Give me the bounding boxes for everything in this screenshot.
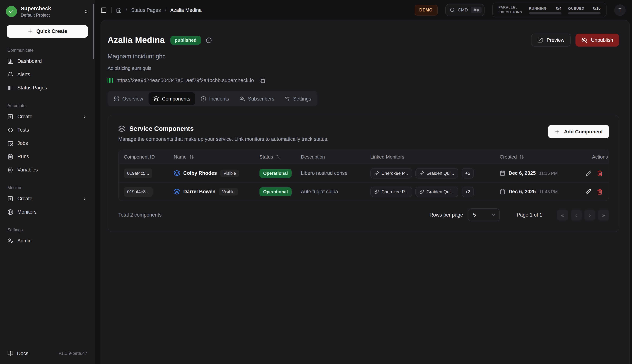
monitor-chip[interactable]: Graiden Qui... bbox=[416, 168, 458, 178]
main-panel: Azalia Medina published Preview Unpublis… bbox=[100, 20, 630, 364]
user-avatar[interactable]: T bbox=[614, 4, 626, 16]
tab-overview[interactable]: Overview bbox=[109, 92, 148, 105]
workspace-info: Supercheck Default Project bbox=[21, 6, 80, 18]
info-icon[interactable] bbox=[206, 37, 212, 43]
tab-subscribers[interactable]: Subscribers bbox=[235, 92, 279, 105]
sidebar-item-alerts[interactable]: Alerts bbox=[0, 68, 94, 81]
page-description: Adipisicing eum quis bbox=[108, 66, 630, 71]
more-monitors-chip[interactable]: +5 bbox=[462, 168, 474, 178]
sort-icon bbox=[276, 154, 280, 159]
breadcrumb-separator: / bbox=[126, 7, 127, 13]
section-label-automate: Automate bbox=[8, 103, 94, 108]
next-page-button[interactable]: › bbox=[584, 209, 596, 220]
calendar-clock-icon bbox=[8, 140, 13, 146]
monitor-chip[interactable]: Graiden Qui... bbox=[416, 186, 458, 197]
status-page-url[interactable]: https://2ea9d24eac504347a51aef29f2a4bcbb… bbox=[116, 77, 254, 83]
running-meter: RUNNING 0/4 bbox=[529, 6, 562, 14]
workspace-name: Supercheck bbox=[21, 6, 80, 12]
created-time: 11:48 PM bbox=[539, 189, 558, 194]
panel-left-icon bbox=[100, 7, 107, 13]
chevrons-up-down-icon bbox=[84, 9, 89, 14]
tab-incidents[interactable]: Incidents bbox=[196, 92, 234, 105]
chevron-down-icon bbox=[491, 212, 496, 217]
page-tabs: Overview Components Incidents Subscriber… bbox=[108, 91, 318, 106]
sidebar-item-status-pages[interactable]: Status Pages bbox=[0, 81, 94, 94]
quick-create-button[interactable]: Quick Create bbox=[7, 25, 88, 38]
sidebar-item-label: Dashboard bbox=[17, 58, 42, 64]
component-id-chip: 019af4c5... bbox=[124, 168, 152, 178]
plus-icon bbox=[554, 129, 560, 134]
card-header-text: Service Components Manage the components… bbox=[118, 125, 328, 142]
delete-button[interactable] bbox=[597, 170, 603, 176]
published-badge: published bbox=[170, 36, 201, 44]
pagination-controls: Rows per page 5 Page 1 of 1 « ‹ › » bbox=[430, 208, 609, 221]
tab-settings[interactable]: Settings bbox=[280, 92, 316, 105]
created-date: Dec 6, 2025 bbox=[508, 189, 536, 194]
previous-page-button[interactable]: ‹ bbox=[571, 209, 582, 220]
command-search-button[interactable]: CMD ⌘K bbox=[445, 4, 485, 16]
monitor-chip[interactable]: Cherokee P... bbox=[370, 168, 412, 178]
card-subtitle: Manage the components that make up your … bbox=[118, 136, 328, 142]
last-page-button[interactable]: » bbox=[598, 209, 609, 220]
breadcrumb-status-pages[interactable]: Status Pages bbox=[131, 7, 161, 13]
sidebar-toggle-button[interactable] bbox=[100, 7, 107, 13]
brand-logo-icon bbox=[6, 6, 17, 17]
parallel-executions-panel: PARALLEL EXECUTIONS RUNNING 0/4 QUEUED bbox=[492, 3, 606, 17]
more-monitors-chip[interactable]: +2 bbox=[462, 186, 474, 197]
topbar: / Status Pages / Azalia Medina DEMO CMD … bbox=[94, 0, 632, 20]
calendar-icon bbox=[500, 170, 505, 176]
docs-link[interactable]: Docs bbox=[8, 350, 28, 356]
visibility-chip: Visible bbox=[220, 170, 239, 177]
layers-icon bbox=[118, 125, 125, 132]
tab-label: Subscribers bbox=[248, 96, 274, 102]
pencil-icon bbox=[586, 170, 591, 176]
sidebar-item-create-monitor[interactable]: Create bbox=[0, 192, 94, 205]
home-icon[interactable] bbox=[116, 7, 122, 13]
rows-per-page-select[interactable]: 5 bbox=[468, 208, 500, 221]
section-label-settings: Settings bbox=[8, 228, 94, 232]
sidebar-scrollbar[interactable] bbox=[93, 4, 94, 59]
component-name[interactable]: Darrel Bowen bbox=[183, 189, 216, 194]
workspace-project: Default Project bbox=[21, 12, 80, 18]
sidebar-item-jobs[interactable]: Jobs bbox=[0, 136, 94, 150]
sidebar-footer: Docs v1.1.9-beta.47 bbox=[0, 342, 94, 364]
sidebar-item-variables[interactable]: Variables bbox=[0, 163, 94, 176]
delete-button[interactable] bbox=[597, 189, 603, 194]
monitor-chip[interactable]: Cherokee P... bbox=[370, 186, 412, 197]
queued-meter: QUEUED 0/10 bbox=[568, 6, 600, 14]
trash-icon bbox=[597, 170, 603, 176]
sidebar-item-dashboard[interactable]: Dashboard bbox=[0, 54, 94, 68]
edit-button[interactable] bbox=[586, 170, 591, 176]
sidebar-item-create-automation[interactable]: Create bbox=[0, 110, 94, 123]
tab-label: Overview bbox=[122, 96, 143, 102]
calendar-icon bbox=[500, 189, 505, 194]
col-name[interactable]: Name bbox=[172, 154, 258, 160]
breadcrumb: / Status Pages / Azalia Medina bbox=[116, 7, 202, 13]
col-actions: Actions bbox=[590, 154, 609, 160]
sort-icon bbox=[189, 154, 194, 159]
tab-components[interactable]: Components bbox=[149, 92, 195, 105]
component-description: Aute fugiat culpa bbox=[299, 189, 369, 194]
sidebar-item-runs[interactable]: Runs bbox=[0, 150, 94, 163]
sidebar-item-admin[interactable]: Admin bbox=[0, 234, 94, 248]
unpublish-button[interactable]: Unpublish bbox=[576, 34, 619, 46]
first-page-button[interactable]: « bbox=[557, 209, 568, 220]
docs-label: Docs bbox=[17, 350, 28, 356]
workspace-switcher[interactable]: Supercheck Default Project bbox=[0, 0, 94, 20]
copy-url-button[interactable] bbox=[260, 78, 265, 83]
user-cog-icon bbox=[8, 238, 13, 244]
card-header: Service Components Manage the components… bbox=[118, 125, 609, 142]
edit-button[interactable] bbox=[586, 189, 591, 194]
sidebar-item-label: Alerts bbox=[17, 72, 30, 77]
page-indicator: Page 1 of 1 bbox=[517, 212, 542, 218]
col-created[interactable]: Created bbox=[498, 154, 590, 160]
external-link-icon bbox=[538, 37, 543, 43]
add-component-button[interactable]: Add Component bbox=[548, 125, 609, 138]
preview-button[interactable]: Preview bbox=[531, 34, 571, 46]
sidebar-item-monitors[interactable]: Monitors bbox=[0, 205, 94, 218]
component-name[interactable]: Colby Rhodes bbox=[183, 170, 217, 176]
sidebar: Supercheck Default Project Quick Create … bbox=[0, 0, 94, 364]
sidebar-item-tests[interactable]: Tests bbox=[0, 123, 94, 136]
col-status[interactable]: Status bbox=[258, 154, 299, 160]
status-page-url-row: https://2ea9d24eac504347a51aef29f2a4bcbb… bbox=[108, 77, 630, 83]
